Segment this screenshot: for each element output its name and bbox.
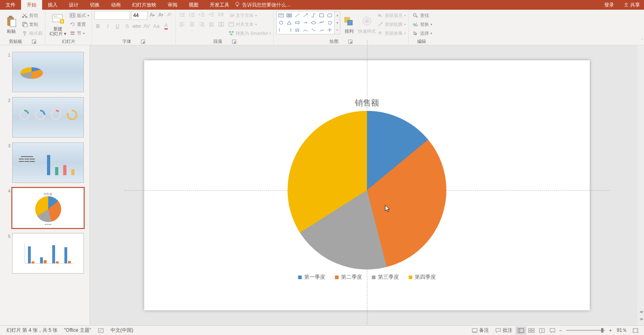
reading-view-button[interactable]: [537, 327, 547, 335]
drawing-dialog-launcher[interactable]: [348, 40, 352, 44]
decrease-indent-button[interactable]: [198, 11, 206, 18]
collapse-ribbon-button[interactable]: ˆ: [641, 39, 642, 43]
group-label-font: 字体: [122, 38, 131, 45]
char-spacing-button[interactable]: AV: [143, 22, 150, 30]
copy-button[interactable]: 复制: [22, 20, 43, 29]
font-name-input[interactable]: [94, 11, 130, 20]
justify-button[interactable]: [207, 21, 215, 28]
reset-button[interactable]: 重置: [70, 20, 89, 29]
slide-canvas[interactable]: 销售额 第一季度第二季度第三季度第四季度: [144, 60, 590, 310]
login-button[interactable]: 登录: [599, 2, 620, 8]
group-editing: 查找 abac 替换 ▾ 选择 ▾ 编辑: [409, 10, 435, 45]
bullets-button[interactable]: [178, 11, 186, 18]
slide-thumbnail-5[interactable]: [12, 233, 84, 274]
slide-thumbnail-2[interactable]: [12, 97, 84, 138]
arrange-button[interactable]: 排列: [340, 11, 358, 38]
italic-button[interactable]: I: [104, 22, 111, 30]
align-text-button[interactable]: 对齐文本 ▾: [228, 20, 271, 29]
slide-thumbnail-4[interactable]: 销售额 ■ ■ ■ ■: [12, 188, 84, 228]
font-size-input[interactable]: [131, 11, 147, 20]
tab-home[interactable]: 开始: [21, 0, 42, 10]
shapes-gallery[interactable]: [276, 11, 335, 34]
paste-button[interactable]: 粘贴: [2, 11, 20, 38]
slide-thumbnail-1[interactable]: [12, 52, 84, 92]
shape-fill-button[interactable]: 形状填充 ▾: [377, 11, 406, 20]
zoom-out-button[interactable]: −: [558, 328, 564, 333]
status-bar: 幻灯片 第 4 张，共 5 张 "Office 主题" 中文(中国) 备注 批注…: [0, 325, 644, 335]
numbering-button[interactable]: 123: [188, 11, 196, 18]
text-direction-button[interactable]: IIA 文字方向 ▾: [228, 11, 271, 20]
svg-rect-102: [28, 246, 31, 263]
slide-editor-area[interactable]: 销售额 第一季度第二季度第三季度第四季度 ≪≫: [90, 45, 644, 325]
spell-check-button[interactable]: [94, 328, 107, 333]
quick-styles-button[interactable]: 快速样式: [358, 11, 376, 38]
zoom-in-button[interactable]: +: [608, 328, 614, 333]
pie-chart[interactable]: [288, 111, 446, 269]
group-label-clipboard: 剪贴板: [9, 38, 22, 45]
vertical-scrollbar[interactable]: ≪≫: [638, 45, 644, 325]
layout-button[interactable]: 版式 ▾: [70, 11, 89, 20]
strikethrough-button[interactable]: abc: [133, 22, 141, 30]
slide-thumbnail-3[interactable]: ▬▬▬▬▬▬▬ ▬▬ ▬▬▬▬ ▬▬ ▬▬: [12, 142, 84, 183]
paragraph-dialog-launcher[interactable]: [232, 40, 236, 44]
svg-rect-106: [52, 245, 55, 263]
svg-line-89: [416, 16, 418, 17]
tab-design[interactable]: 设计: [63, 0, 84, 10]
tab-review[interactable]: 审阅: [162, 0, 183, 10]
comments-button[interactable]: 批注: [492, 327, 516, 334]
align-center-button[interactable]: [188, 21, 196, 28]
convert-smartart-button[interactable]: 转换为 SmartArt ▾: [228, 29, 271, 38]
zoom-level[interactable]: 91％: [614, 327, 630, 334]
replace-button[interactable]: abac 替换 ▾: [413, 20, 432, 29]
columns-button[interactable]: [217, 21, 225, 28]
fit-to-window-button[interactable]: [630, 327, 641, 335]
cut-button[interactable]: 剪切: [22, 11, 43, 20]
shapes-gallery-scroll[interactable]: ▴▾≡: [335, 11, 340, 34]
align-right-button[interactable]: [198, 21, 206, 28]
slide-counter[interactable]: 幻灯片 第 4 张，共 5 张: [3, 327, 61, 334]
shape-effects-button[interactable]: 形状效果 ▾: [377, 29, 406, 38]
underline-button[interactable]: U: [114, 22, 121, 30]
align-left-button[interactable]: [178, 21, 186, 28]
slideshow-view-button[interactable]: [547, 327, 558, 335]
notes-button[interactable]: 备注: [469, 327, 492, 334]
share-button[interactable]: 共享: [620, 2, 644, 8]
line-spacing-button[interactable]: [217, 11, 225, 18]
theme-indicator: "Office 主题": [61, 327, 94, 334]
increase-indent-button[interactable]: [207, 11, 215, 18]
select-button[interactable]: 选择 ▾: [413, 29, 432, 38]
tab-view[interactable]: 视图: [183, 0, 204, 10]
language-indicator[interactable]: 中文(中国): [107, 327, 136, 334]
legend-swatch: [335, 276, 339, 279]
increase-font-button[interactable]: A▴: [149, 11, 156, 18]
tab-transitions[interactable]: 切换: [84, 0, 105, 10]
font-dialog-launcher[interactable]: [141, 40, 145, 44]
tell-me[interactable]: 告诉我您想要做什么…: [235, 0, 291, 10]
smartart-icon: [228, 31, 234, 36]
shape-outline-button[interactable]: 形状轮廓 ▾: [377, 20, 406, 29]
section-button[interactable]: 节 ▾: [70, 29, 89, 38]
tab-animations[interactable]: 动画: [105, 0, 126, 10]
format-painter-button[interactable]: 格式刷: [22, 29, 43, 38]
tab-slideshow[interactable]: 幻灯片放映: [126, 0, 162, 10]
tab-file[interactable]: 文件: [0, 0, 21, 10]
font-color-button[interactable]: A: [162, 22, 170, 30]
new-slide-button[interactable]: 新建幻灯片 ▾: [48, 11, 68, 38]
svg-rect-115: [529, 329, 531, 330]
bold-button[interactable]: B: [94, 22, 102, 30]
clipboard-dialog-launcher[interactable]: [32, 40, 36, 44]
new-slide-label-2: 幻灯片: [49, 31, 63, 36]
find-button[interactable]: 查找: [413, 11, 432, 20]
slide-thumbnail-pane[interactable]: 1 2 3 ▬▬▬▬▬▬▬ ▬▬ ▬▬▬▬ ▬▬ ▬▬ 4 销售额 ■ ■ ■ …: [0, 45, 90, 325]
shadow-button[interactable]: S: [124, 22, 131, 30]
tab-insert[interactable]: 插入: [42, 0, 63, 10]
tab-developer[interactable]: 开发工具: [204, 0, 235, 10]
decrease-font-button[interactable]: A▾: [157, 11, 164, 18]
normal-view-button[interactable]: [516, 327, 526, 335]
slide-sorter-view-button[interactable]: [526, 327, 537, 335]
clear-formatting-button[interactable]: A: [166, 11, 173, 18]
zoom-slider[interactable]: [566, 330, 605, 331]
change-case-button[interactable]: Aa: [153, 22, 160, 30]
svg-rect-103: [32, 261, 34, 263]
notes-icon: [472, 328, 478, 333]
